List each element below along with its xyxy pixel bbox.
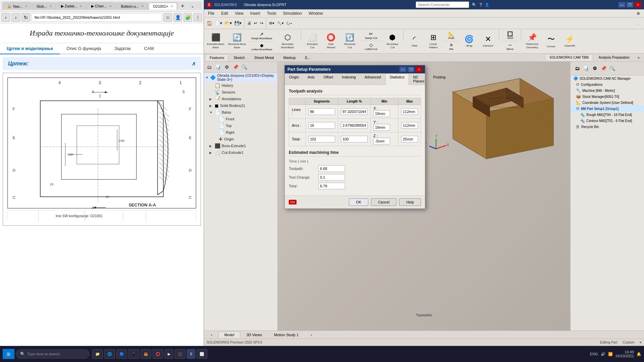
cam-tree-mill-setup[interactable]: ⚙ Mill Part Setup1 [Group1]: [571, 106, 644, 112]
dialog-minimize[interactable]: —: [399, 67, 406, 72]
input-lines-min[interactable]: [373, 110, 390, 117]
taskbar-viber-app[interactable]: 📱: [128, 349, 139, 359]
sw-tab-cam-tbm[interactable]: SOLIDWORKS CAM TBM: [545, 54, 593, 61]
feature-btn-wrap[interactable]: 🌀 Wrap: [460, 30, 478, 53]
sw-tree-sensors[interactable]: 📡 Sensors: [204, 89, 277, 96]
dialog-tab-offset[interactable]: Offset: [319, 73, 337, 84]
sw-menu-insert[interactable]: Insert: [249, 10, 262, 16]
sw-save-btn[interactable]: 💾▾: [233, 20, 243, 26]
ok-button[interactable]: OK: [349, 198, 368, 206]
cam-tree-stock[interactable]: 📦 Stock Manager[6061-T6]: [571, 94, 644, 100]
sw-help-btn[interactable]: ?: [479, 2, 482, 7]
feature-btn-swept-cut[interactable]: ✂ Swept Cut: [359, 30, 383, 41]
tool-change-input[interactable]: [318, 174, 345, 181]
cam-tree-rough-mill[interactable]: 🔩 Rough Mill1[T04 - 16 Flat End]: [571, 112, 644, 118]
browser-tab-youtube1[interactable]: ▶ Zadat... ×: [57, 2, 86, 10]
feature-btn-mirror[interactable]: ↔ Mirror: [501, 41, 519, 52]
sw-help-menu[interactable]: ⊕: [635, 10, 641, 16]
sw-rotate-btn[interactable]: ⭮▾: [285, 20, 293, 26]
sw-open-btn[interactable]: 📂▾: [223, 20, 233, 26]
cam-tree-root[interactable]: 🔷 SOLIDWORKS CAM NC Manager: [571, 75, 644, 81]
feature-btn-revolved-cut[interactable]: 🔃 RevolvedCut: [340, 30, 359, 53]
feature-btn-fillet[interactable]: ◜ Fillet: [405, 30, 424, 53]
sw-print-btn[interactable]: 🖨: [246, 20, 253, 26]
taskbar-files-app[interactable]: 📁: [92, 349, 103, 359]
sw-home-btn[interactable]: 🏠: [205, 20, 214, 26]
feature-btn-lofted-cut[interactable]: ◇ Lofted Cut: [359, 41, 383, 52]
sw-redo-btn[interactable]: ↪: [259, 20, 265, 26]
browser-tab-bottom[interactable]: Bottom-u... ×: [116, 3, 148, 10]
taskbar-app-9[interactable]: ⬜: [197, 349, 207, 359]
feature-btn-extrude-cut[interactable]: ⬜ ExtrudedCut: [303, 30, 321, 53]
sw-tab-features[interactable]: Features: [205, 54, 228, 61]
feature-btn-rib[interactable]: ≡ Rib: [443, 41, 460, 52]
dialog-tab-origin[interactable]: Origin: [285, 73, 303, 84]
sw-tab-motion-study[interactable]: Motion Study 1: [268, 331, 304, 338]
menu-button[interactable]: ⋮: [194, 13, 202, 22]
sw-tree-boss-extrude[interactable]: ▶ ⬛ Boss-Extrude1: [204, 142, 277, 149]
sw-search-icon[interactable]: 🔍: [472, 3, 477, 7]
sw-restore-btn[interactable]: ❐: [627, 2, 633, 7]
input-total-min[interactable]: [373, 138, 390, 144]
input-total-length[interactable]: [341, 136, 368, 142]
cam-tree-recycle[interactable]: 🗑 Recycle Bin: [571, 124, 644, 130]
browser-tab-youtube2[interactable]: ▶ Chan... ×: [87, 2, 116, 10]
sw-options-btn[interactable]: ⚙▾: [268, 20, 276, 26]
sw-tree-balsa[interactable]: ▼ 📄 Balsa: [204, 109, 277, 116]
sw-tree-annotations[interactable]: ▶ 📝 Annotations: [204, 96, 277, 102]
taskbar-app-7[interactable]: ⬛: [175, 349, 185, 359]
sw-menu-simulation[interactable]: Simulation: [282, 10, 303, 16]
sw-undo-btn[interactable]: ↩: [253, 20, 259, 26]
sw-tab-sketch[interactable]: Sketch: [229, 54, 249, 61]
sw-menu-edit[interactable]: Edit: [220, 10, 229, 16]
feature-btn-instantid[interactable]: ⚡ InstantID: [560, 30, 579, 53]
input-arcs-min[interactable]: [373, 124, 390, 131]
taskbar-edge-app[interactable]: 🌐: [104, 349, 115, 359]
feature-btn-boundary-cut[interactable]: ⬢ BoundaryCut: [383, 30, 401, 53]
back-button[interactable]: ‹: [1, 13, 10, 22]
cam-tree-machine[interactable]: 🔧 Machine [Mill - Metric]: [571, 87, 644, 94]
nav-item-zadatak[interactable]: Задатак: [108, 43, 137, 54]
sw-tree-icon-3[interactable]: ⚙: [223, 63, 231, 71]
forward-button[interactable]: ›: [11, 13, 20, 22]
input-total-segments[interactable]: [308, 136, 335, 142]
feature-btn-ref-geom[interactable]: 📌 ReferenceGeometry: [523, 30, 541, 53]
input-total-max[interactable]: [401, 136, 418, 142]
sw-tree-history[interactable]: 📋 History: [204, 82, 277, 89]
toolpath-input[interactable]: [318, 165, 345, 172]
sw-tree-solid-bodies[interactable]: ▶ ◼ Solid Bodies(1): [204, 102, 277, 109]
dialog-tab-axis[interactable]: Axis: [303, 73, 319, 84]
sw-tab-scroll-right[interactable]: ›: [305, 331, 318, 338]
input-lines-max[interactable]: [401, 108, 418, 115]
sw-tab-sheet-metal[interactable]: Sheet Metal: [250, 54, 278, 61]
sw-tree-icon-2[interactable]: 📊: [214, 63, 222, 71]
feature-btn-linear-pattern[interactable]: ⊞ LinearPattern: [424, 30, 442, 53]
input-arcs-segments[interactable]: [308, 122, 335, 129]
dialog-restore[interactable]: ❐: [408, 67, 414, 72]
feature-btn-draft[interactable]: 📐 Draft: [443, 30, 460, 41]
nav-item-gfunc[interactable]: Опис G функција: [60, 43, 108, 54]
sw-search-input[interactable]: [416, 1, 469, 8]
cam-tree-coord[interactable]: 📐 Coordinate System [User Defined]: [571, 100, 644, 106]
sw-tree-right[interactable]: 📄 Right: [204, 129, 277, 136]
sw-tree-icon-1[interactable]: 🗂: [205, 63, 213, 71]
sw-tab-markup[interactable]: Markup: [279, 54, 300, 61]
input-arcs-max[interactable]: [401, 122, 418, 129]
cam-icon-3[interactable]: ⚙: [591, 64, 599, 72]
dialog-tab-indexing[interactable]: Indexing: [337, 73, 360, 84]
sw-minimize-btn[interactable]: —: [619, 2, 625, 7]
address-input[interactable]: [32, 13, 162, 22]
taskbar-sw-app[interactable]: S: [187, 349, 195, 359]
dialog-close-btn[interactable]: ×: [416, 67, 422, 72]
section-collapse-btn[interactable]: ∧: [192, 60, 196, 67]
cam-tree-configs[interactable]: ⚙ Configurations: [571, 81, 644, 87]
cam-tree-contour-mill[interactable]: 🔩 Contour Mill1[T01 - 6 Flat End]: [571, 118, 644, 124]
input-lines-segments[interactable]: [308, 108, 335, 115]
sw-tree-icon-4[interactable]: 📌: [231, 63, 239, 71]
sw-menu-file[interactable]: File: [207, 10, 216, 16]
cancel-button[interactable]: Cancel: [371, 198, 396, 206]
sw-tab-model[interactable]: Model: [219, 331, 240, 338]
dialog-tab-nc-planes[interactable]: NC Planes: [409, 73, 429, 84]
sw-3d-viewport[interactable]: X Y Z *Isometric Part Setup Parameters: [278, 62, 570, 330]
feature-btn-swept-boss[interactable]: ↗ Swept Boss/Base: [248, 30, 275, 41]
